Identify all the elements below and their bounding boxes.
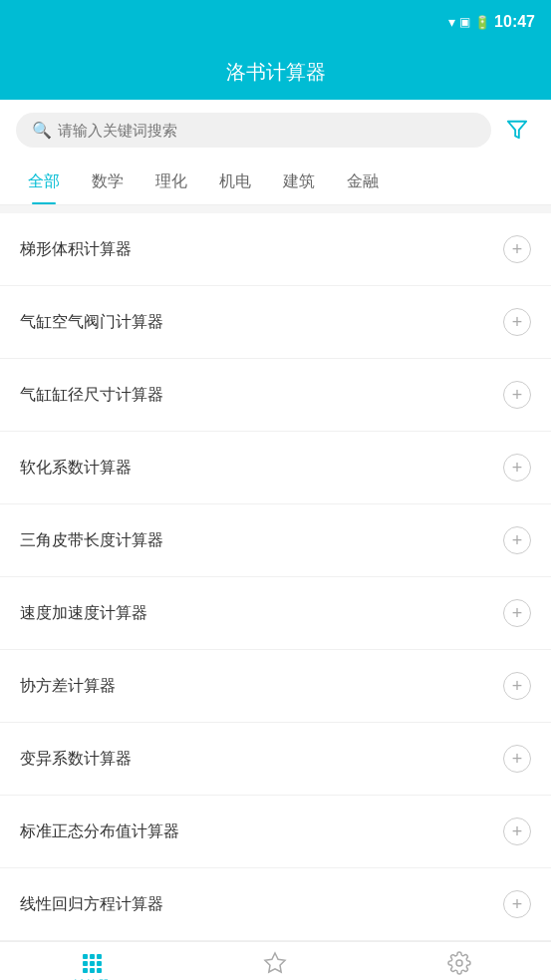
add-button[interactable]: + (503, 599, 531, 627)
clock: 10:47 (494, 13, 535, 31)
list-item[interactable]: 变异系数计算器 + (0, 723, 551, 796)
item-name: 气缸缸径尺寸计算器 (20, 385, 163, 406)
tab-mechanical[interactable]: 机电 (203, 160, 267, 204)
add-button[interactable]: + (503, 890, 531, 918)
add-button[interactable]: + (503, 817, 531, 845)
gear-icon (447, 951, 471, 975)
svg-marker-1 (265, 953, 285, 972)
search-icon: 🔍 (32, 121, 52, 140)
search-bar: 🔍 (0, 100, 551, 160)
battery-icon: 🔋 (474, 15, 490, 30)
bottom-nav: 计算器 数学游戏 我的 (0, 941, 551, 980)
app-header: 洛书计算器 (0, 44, 551, 100)
item-name: 线性回归方程计算器 (20, 894, 163, 915)
search-input-wrapper[interactable]: 🔍 (16, 113, 491, 148)
status-bar: ▾ ▣ 🔋 10:47 (0, 0, 551, 44)
list-item[interactable]: 线性回归方程计算器 + (0, 868, 551, 941)
item-name: 标准正态分布值计算器 (20, 821, 179, 842)
status-icons: ▾ ▣ 🔋 10:47 (448, 13, 535, 31)
signal-icon: ▣ (459, 15, 470, 29)
nav-calculator-label: 计算器 (74, 977, 110, 981)
add-button[interactable]: + (503, 308, 531, 336)
item-name: 变异系数计算器 (20, 749, 132, 770)
tab-finance[interactable]: 金融 (331, 160, 395, 204)
svg-marker-0 (508, 122, 526, 139)
item-name: 速度加速度计算器 (20, 603, 147, 624)
tab-all[interactable]: 全部 (12, 160, 76, 204)
list-item[interactable]: 软化系数计算器 + (0, 432, 551, 504)
list-item[interactable]: 协方差计算器 + (0, 650, 551, 723)
calculator-list: 梯形体积计算器 + 气缸空气阀门计算器 + 气缸缸径尺寸计算器 + 软化系数计算… (0, 213, 551, 941)
item-name: 协方差计算器 (20, 676, 116, 697)
app-title: 洛书计算器 (226, 59, 326, 86)
tab-physics-chemistry[interactable]: 理化 (139, 160, 203, 204)
star-icon (263, 951, 287, 975)
list-item[interactable]: 气缸缸径尺寸计算器 + (0, 359, 551, 432)
filter-button[interactable] (499, 112, 535, 148)
add-button[interactable]: + (503, 381, 531, 409)
add-button[interactable]: + (503, 235, 531, 263)
category-tabs: 全部 数学 理化 机电 建筑 金融 (0, 160, 551, 205)
item-name: 梯形体积计算器 (20, 239, 132, 260)
list-item[interactable]: 三角皮带长度计算器 + (0, 504, 551, 577)
nav-math-games[interactable]: 数学游戏 (183, 942, 367, 980)
list-item[interactable]: 速度加速度计算器 + (0, 577, 551, 650)
calculator-icon (83, 954, 102, 973)
tab-math[interactable]: 数学 (76, 160, 139, 204)
search-input[interactable] (58, 122, 475, 139)
nav-profile[interactable]: 我的 (368, 942, 551, 980)
tab-architecture[interactable]: 建筑 (267, 160, 331, 204)
wifi-icon: ▾ (448, 14, 455, 30)
item-name: 三角皮带长度计算器 (20, 530, 163, 551)
list-item[interactable]: 气缸空气阀门计算器 + (0, 286, 551, 359)
item-name: 软化系数计算器 (20, 458, 132, 479)
list-item[interactable]: 标准正态分布值计算器 + (0, 796, 551, 868)
add-button[interactable]: + (503, 454, 531, 482)
item-name: 气缸空气阀门计算器 (20, 312, 163, 333)
filter-icon (506, 119, 528, 141)
list-item[interactable]: 梯形体积计算器 + (0, 213, 551, 286)
add-button[interactable]: + (503, 526, 531, 554)
svg-point-2 (456, 960, 462, 966)
add-button[interactable]: + (503, 745, 531, 773)
nav-calculator[interactable]: 计算器 (0, 942, 183, 980)
add-button[interactable]: + (503, 672, 531, 700)
